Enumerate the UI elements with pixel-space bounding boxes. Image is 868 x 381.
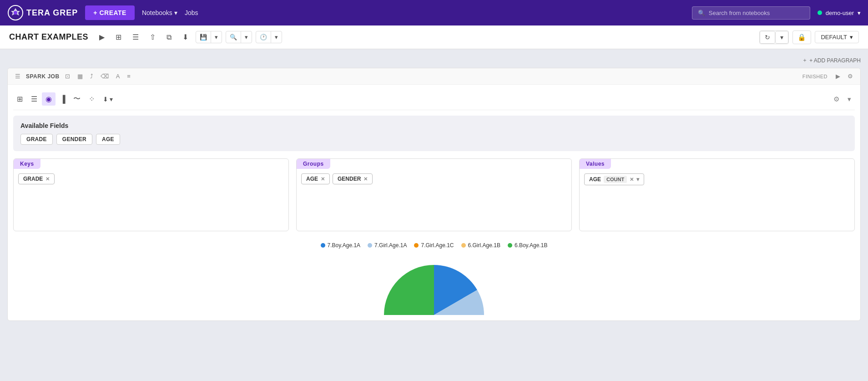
settings-paragraph-icon[interactable]: ⚙ — [846, 72, 855, 81]
list-icon[interactable]: ≡ — [125, 72, 132, 81]
key-grade-label: GRADE — [23, 176, 43, 182]
top-navigation: TERA GREP + CREATE Notebooks ▾ Jobs 🔍 de… — [0, 0, 868, 25]
nav-notebooks[interactable]: Notebooks ▾ — [142, 9, 177, 16]
font-icon[interactable]: A — [114, 72, 122, 81]
copy-button[interactable]: ⧉ — [163, 31, 175, 44]
legend-item-3: 6.Girl.Age.1B — [461, 242, 500, 249]
save-button[interactable]: 💾 — [196, 31, 211, 43]
default-label: DEFAULT — [821, 34, 847, 41]
more-charts-chevron: ▾ — [110, 96, 113, 103]
keys-section: Keys GRADE ✕ — [13, 158, 289, 231]
schedule-dropdown-button[interactable]: ▾ — [271, 31, 282, 43]
value-agg-label: COUNT — [604, 176, 627, 183]
legend-item-0: 7.Boy.Age.1A — [321, 242, 361, 249]
pie-chart-button[interactable]: ◉ — [42, 92, 56, 106]
run-paragraph-icon[interactable]: ▶ — [834, 72, 842, 81]
logo: TERA GREP — [7, 5, 78, 21]
paragraph-body: ⊞ ☰ ◉ ▐ 〜 ⁘ ⬇ ▾ ⚙ ▾ Available Fields GRA… — [8, 85, 860, 320]
legend-dot-4 — [508, 243, 512, 248]
user-menu[interactable]: demo-user ▾ — [818, 10, 861, 16]
available-fields-section: Available Fields GRADE GENDER AGE — [13, 116, 855, 151]
list-button[interactable]: ☰ — [129, 30, 142, 44]
nav-jobs[interactable]: Jobs — [185, 9, 198, 16]
page-title: CHART EXAMPLES — [9, 32, 88, 42]
logo-icon — [7, 5, 24, 21]
svg-point-1 — [14, 11, 17, 15]
group-gender-remove[interactable]: ✕ — [363, 176, 368, 182]
bar-chart-button[interactable]: ▐ — [56, 93, 69, 106]
paragraph-menu-icon[interactable]: ☰ — [13, 72, 22, 81]
groups-section: Groups AGE ✕ GENDER ✕ — [296, 158, 572, 231]
add-paragraph-bar: ＋ + ADD PARAGRAPH — [7, 55, 861, 68]
expand-icon[interactable]: ⊡ — [63, 72, 72, 81]
default-chevron-icon: ▾ — [850, 34, 853, 41]
table-icon[interactable]: ▦ — [76, 72, 85, 81]
paragraph-card: ☰ SPARK JOB ⊡ ▦ ⤴ ⌫ A ≡ FINISHED ▶ ⚙ ⊞ ☰… — [7, 68, 861, 321]
field-age[interactable]: AGE — [96, 134, 120, 145]
value-dropdown-icon[interactable]: ▾ — [636, 176, 639, 183]
lock-button[interactable]: 🔒 — [792, 30, 811, 44]
download-chart-icon: ⬇ — [103, 96, 108, 103]
search-dropdown-button[interactable]: ▾ — [241, 31, 252, 43]
commit-icon[interactable]: ⤴ — [88, 72, 95, 81]
search-icon: 🔍 — [698, 10, 705, 16]
groups-header: Groups — [297, 159, 330, 169]
logo-text: TERA GREP — [26, 8, 78, 18]
refresh-button[interactable]: ↻ — [760, 31, 775, 44]
field-grade[interactable]: GRADE — [20, 134, 53, 145]
upload-button[interactable]: ⇧ — [146, 30, 159, 44]
key-grade-tag[interactable]: GRADE ✕ — [18, 173, 55, 184]
save-dropdown-button[interactable]: ▾ — [211, 31, 222, 43]
chart-collapse-button[interactable]: ▾ — [844, 93, 855, 105]
values-body: AGE COUNT ✕ ▾ — [580, 169, 854, 190]
group-gender-label: GENDER — [338, 176, 361, 182]
search-toolbar-button[interactable]: 🔍 — [226, 31, 241, 43]
table-view-button[interactable]: ⊞ — [13, 92, 26, 106]
list-view-button[interactable]: ☰ — [27, 92, 41, 106]
refresh-dropdown-button[interactable]: ▾ — [775, 31, 788, 44]
line-chart-button[interactable]: 〜 — [70, 92, 84, 106]
schedule-button[interactable]: 🕐 — [256, 31, 271, 43]
chart-settings-button[interactable]: ⚙ — [830, 93, 843, 105]
search-box[interactable]: 🔍 — [692, 6, 810, 20]
field-gender[interactable]: GENDER — [56, 134, 92, 145]
group-age-remove[interactable]: ✕ — [321, 176, 325, 182]
group-age-tag[interactable]: AGE ✕ — [301, 173, 330, 184]
value-age-label: AGE — [589, 176, 601, 183]
create-button[interactable]: + CREATE — [85, 5, 135, 20]
group-gender-tag[interactable]: GENDER ✕ — [333, 173, 373, 184]
legend-label-3: 6.Girl.Age.1B — [468, 242, 500, 249]
paragraph-title: SPARK JOB — [26, 73, 60, 80]
download-button[interactable]: ⬇ — [179, 30, 192, 44]
legend-item-4: 6.Boy.Age.1B — [508, 242, 548, 249]
keys-body: GRADE ✕ — [14, 169, 288, 189]
value-age-count-tag[interactable]: AGE COUNT ✕ ▾ — [584, 173, 644, 185]
legend-dot-0 — [321, 243, 325, 248]
clear-icon[interactable]: ⌫ — [99, 72, 111, 81]
main-content: ＋ + ADD PARAGRAPH ☰ SPARK JOB ⊡ ▦ ⤴ ⌫ A … — [0, 49, 868, 381]
add-paragraph-button[interactable]: ＋ + ADD PARAGRAPH — [802, 56, 861, 64]
legend-label-2: 7.Girl.Age.1C — [421, 242, 454, 249]
key-grade-remove[interactable]: ✕ — [45, 176, 50, 182]
field-tags: GRADE GENDER AGE — [20, 134, 848, 145]
legend-label-1: 7.Girl.Age.1A — [374, 242, 407, 249]
keys-header: Keys — [14, 159, 40, 169]
paragraph-header: ☰ SPARK JOB ⊡ ▦ ⤴ ⌫ A ≡ FINISHED ▶ ⚙ — [8, 68, 860, 85]
schedule-group: 🕐 ▾ — [256, 31, 282, 43]
values-header: Values — [580, 159, 611, 169]
user-status-indicator — [818, 10, 822, 15]
legend-label-4: 6.Boy.Age.1B — [515, 242, 548, 249]
layout-button[interactable]: ⊞ — [112, 30, 125, 44]
default-button[interactable]: DEFAULT ▾ — [815, 31, 859, 43]
scatter-chart-button[interactable]: ⁘ — [85, 92, 98, 106]
more-charts-button[interactable]: ⬇ ▾ — [99, 93, 116, 105]
values-section: Values AGE COUNT ✕ ▾ — [579, 158, 855, 231]
kgv-row: Keys GRADE ✕ Groups AGE ✕ — [13, 158, 855, 231]
search-input[interactable] — [709, 10, 804, 16]
run-button[interactable]: ▶ — [96, 30, 108, 44]
value-remove[interactable]: ✕ — [630, 177, 634, 183]
legend-item-1: 7.Girl.Age.1A — [368, 242, 407, 249]
user-chevron-icon: ▾ — [858, 10, 861, 16]
pie-chart — [375, 256, 493, 315]
legend-label-0: 7.Boy.Age.1A — [328, 242, 361, 249]
